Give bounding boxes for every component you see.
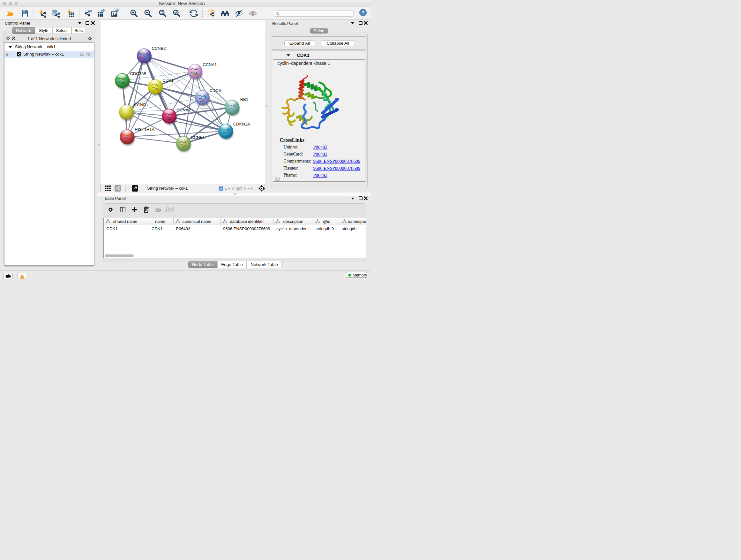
svg-text:CDC6: CDC6 — [209, 88, 220, 93]
svg-text:CCNA1: CCNA1 — [203, 62, 217, 67]
svg-text:CDKN1A: CDKN1A — [233, 122, 250, 126]
svg-text:?: ? — [361, 10, 364, 15]
svg-text:CCNB2: CCNB2 — [151, 46, 165, 51]
svg-text:CCNA2: CCNA2 — [177, 108, 191, 112]
svg-text:CDC25B: CDC25B — [130, 71, 146, 76]
svg-text:RB1: RB1 — [240, 97, 248, 102]
svg-text:HIST1H1A: HIST1H1A — [135, 127, 154, 132]
svg-text:CCNE1: CCNE1 — [191, 135, 205, 140]
svg-text:CDK1: CDK1 — [162, 78, 174, 83]
svg-text:CCNB1: CCNB1 — [134, 103, 148, 107]
